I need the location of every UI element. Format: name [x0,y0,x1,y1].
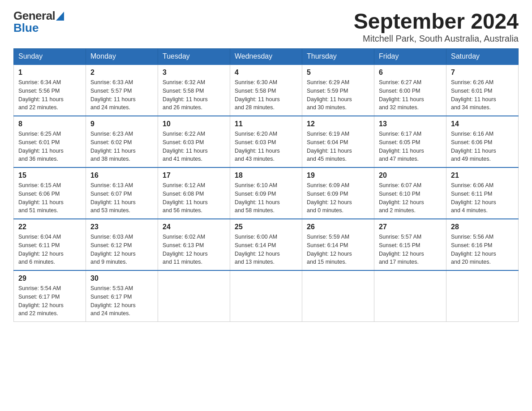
day-number: 30 [90,274,153,283]
day-number: 14 [451,120,514,128]
day-info: Sunrise: 6:30 AMSunset: 5:58 PMDaylight:… [235,78,297,112]
day-cell-2: 2Sunrise: 6:33 AMSunset: 5:57 PMDaylight… [86,64,158,116]
day-number: 10 [163,120,225,128]
day-info: Sunrise: 6:29 AMSunset: 5:59 PMDaylight:… [307,78,369,112]
day-number: 23 [90,223,153,231]
day-number: 7 [451,68,514,77]
day-number: 18 [235,171,297,180]
day-number: 5 [307,68,369,77]
day-info: Sunrise: 6:20 AMSunset: 6:03 PMDaylight:… [235,130,297,163]
day-cell-21: 21Sunrise: 6:06 AMSunset: 6:11 PMDayligh… [446,167,519,219]
day-info: Sunrise: 6:03 AMSunset: 6:12 PMDaylight:… [90,233,153,266]
week-row-1: 1Sunrise: 6:34 AMSunset: 5:56 PMDaylight… [14,64,519,116]
weekday-header-tuesday: Tuesday [158,49,230,65]
day-number: 24 [163,223,225,231]
day-info: Sunrise: 5:59 AMSunset: 6:14 PMDaylight:… [307,233,369,266]
day-info: Sunrise: 6:23 AMSunset: 6:02 PMDaylight:… [90,130,153,163]
day-info: Sunrise: 5:56 AMSunset: 6:16 PMDaylight:… [451,233,514,266]
week-row-2: 8Sunrise: 6:25 AMSunset: 6:01 PMDaylight… [14,116,519,167]
day-info: Sunrise: 6:12 AMSunset: 6:08 PMDaylight:… [163,181,225,215]
day-cell-6: 6Sunrise: 6:27 AMSunset: 6:00 PMDaylight… [374,64,446,116]
day-number: 12 [307,120,369,128]
day-info: Sunrise: 6:26 AMSunset: 6:01 PMDaylight:… [451,78,514,112]
day-number: 9 [90,120,153,128]
day-number: 25 [235,223,297,231]
day-cell-11: 11Sunrise: 6:20 AMSunset: 6:03 PMDayligh… [230,116,302,167]
day-info: Sunrise: 6:09 AMSunset: 6:09 PMDaylight:… [307,181,369,215]
weekday-header-monday: Monday [86,49,158,65]
day-cell-15: 15Sunrise: 6:15 AMSunset: 6:06 PMDayligh… [14,167,86,219]
empty-cell [446,270,519,322]
day-cell-13: 13Sunrise: 6:17 AMSunset: 6:05 PMDayligh… [374,116,446,167]
day-number: 20 [379,171,442,180]
day-number: 26 [307,223,369,231]
logo-triangle-icon [56,12,64,22]
logo: General Blue [13,9,64,35]
day-cell-29: 29Sunrise: 5:54 AMSunset: 6:17 PMDayligh… [14,270,86,322]
day-cell-12: 12Sunrise: 6:19 AMSunset: 6:04 PMDayligh… [302,116,374,167]
day-cell-28: 28Sunrise: 5:56 AMSunset: 6:16 PMDayligh… [446,219,519,270]
weekday-header-friday: Friday [374,49,446,65]
day-cell-5: 5Sunrise: 6:29 AMSunset: 5:59 PMDaylight… [302,64,374,116]
day-info: Sunrise: 6:34 AMSunset: 5:56 PMDaylight:… [18,78,81,112]
weekday-header-row: SundayMondayTuesdayWednesdayThursdayFrid… [14,49,519,65]
weekday-header-wednesday: Wednesday [230,49,302,65]
day-number: 2 [90,68,153,77]
day-info: Sunrise: 6:16 AMSunset: 6:06 PMDaylight:… [451,130,514,163]
day-number: 15 [18,171,81,180]
day-cell-27: 27Sunrise: 5:57 AMSunset: 6:15 PMDayligh… [374,219,446,270]
day-number: 16 [90,171,153,180]
location-subtitle: Mitchell Park, South Australia, Australi… [354,34,519,44]
day-cell-17: 17Sunrise: 6:12 AMSunset: 6:08 PMDayligh… [158,167,230,219]
day-number: 11 [235,120,297,128]
day-info: Sunrise: 6:15 AMSunset: 6:06 PMDaylight:… [18,181,81,215]
day-info: Sunrise: 6:19 AMSunset: 6:04 PMDaylight:… [307,130,369,163]
day-cell-10: 10Sunrise: 6:22 AMSunset: 6:03 PMDayligh… [158,116,230,167]
day-number: 8 [18,120,81,128]
day-number: 13 [379,120,442,128]
day-number: 1 [18,68,81,77]
empty-cell [302,270,374,322]
day-cell-16: 16Sunrise: 6:13 AMSunset: 6:07 PMDayligh… [86,167,158,219]
weekday-header-saturday: Saturday [446,49,519,65]
day-info: Sunrise: 5:53 AMSunset: 6:17 PMDaylight:… [90,284,153,318]
day-number: 22 [18,223,81,231]
day-number: 27 [379,223,442,231]
day-info: Sunrise: 6:07 AMSunset: 6:10 PMDaylight:… [379,181,442,215]
day-number: 28 [451,223,514,231]
day-info: Sunrise: 6:10 AMSunset: 6:09 PMDaylight:… [235,181,297,215]
day-cell-25: 25Sunrise: 6:00 AMSunset: 6:14 PMDayligh… [230,219,302,270]
day-info: Sunrise: 5:54 AMSunset: 6:17 PMDaylight:… [18,284,81,318]
day-cell-30: 30Sunrise: 5:53 AMSunset: 6:17 PMDayligh… [86,270,158,322]
day-cell-7: 7Sunrise: 6:26 AMSunset: 6:01 PMDaylight… [446,64,519,116]
day-cell-8: 8Sunrise: 6:25 AMSunset: 6:01 PMDaylight… [14,116,86,167]
day-info: Sunrise: 6:27 AMSunset: 6:00 PMDaylight:… [379,78,442,112]
day-info: Sunrise: 6:02 AMSunset: 6:13 PMDaylight:… [163,233,225,266]
svg-marker-0 [56,12,64,21]
weekday-header-sunday: Sunday [14,49,86,65]
day-info: Sunrise: 6:22 AMSunset: 6:03 PMDaylight:… [163,130,225,163]
day-info: Sunrise: 6:25 AMSunset: 6:01 PMDaylight:… [18,130,81,163]
week-row-5: 29Sunrise: 5:54 AMSunset: 6:17 PMDayligh… [14,270,519,322]
day-cell-19: 19Sunrise: 6:09 AMSunset: 6:09 PMDayligh… [302,167,374,219]
week-row-3: 15Sunrise: 6:15 AMSunset: 6:06 PMDayligh… [14,167,519,219]
day-cell-9: 9Sunrise: 6:23 AMSunset: 6:02 PMDaylight… [86,116,158,167]
day-cell-24: 24Sunrise: 6:02 AMSunset: 6:13 PMDayligh… [158,219,230,270]
day-info: Sunrise: 6:06 AMSunset: 6:11 PMDaylight:… [451,181,514,215]
day-number: 6 [379,68,442,77]
day-cell-23: 23Sunrise: 6:03 AMSunset: 6:12 PMDayligh… [86,219,158,270]
day-number: 21 [451,171,514,180]
day-info: Sunrise: 6:17 AMSunset: 6:05 PMDaylight:… [379,130,442,163]
empty-cell [230,270,302,322]
weekday-header-thursday: Thursday [302,49,374,65]
empty-cell [374,270,446,322]
month-year-title: September 2024 [354,9,519,34]
day-cell-18: 18Sunrise: 6:10 AMSunset: 6:09 PMDayligh… [230,167,302,219]
day-info: Sunrise: 6:32 AMSunset: 5:58 PMDaylight:… [163,78,225,112]
day-info: Sunrise: 6:04 AMSunset: 6:11 PMDaylight:… [18,233,81,266]
day-number: 3 [163,68,225,77]
day-cell-1: 1Sunrise: 6:34 AMSunset: 5:56 PMDaylight… [14,64,86,116]
week-row-4: 22Sunrise: 6:04 AMSunset: 6:11 PMDayligh… [14,219,519,270]
day-cell-3: 3Sunrise: 6:32 AMSunset: 5:58 PMDaylight… [158,64,230,116]
day-number: 17 [163,171,225,180]
